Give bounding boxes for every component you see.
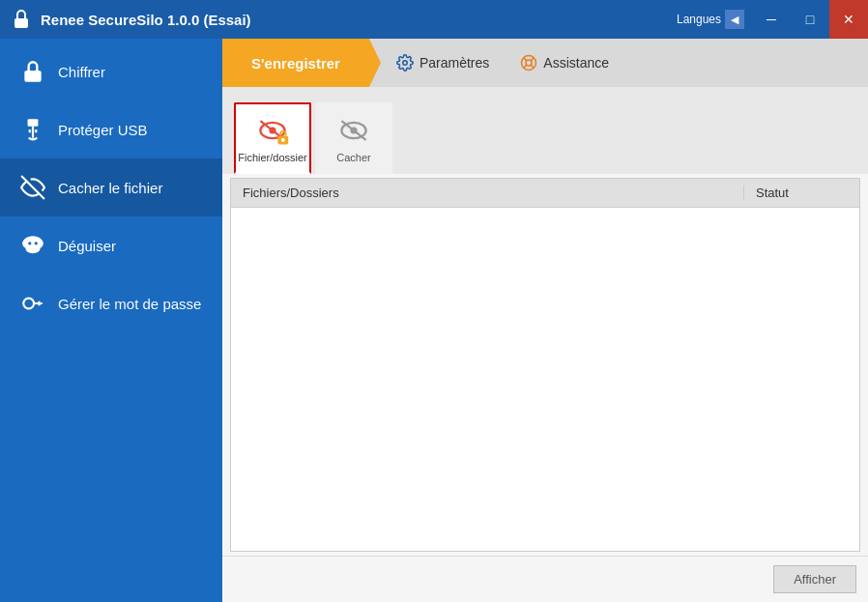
sidebar: Chiffrer Protéger USB	[0, 39, 222, 602]
svg-line-15	[531, 58, 534, 61]
gear-icon	[396, 54, 414, 72]
tab-bar: Fichier/dossier Cacher	[222, 87, 868, 174]
assistance-label: Assistance	[543, 55, 609, 71]
afficher-button[interactable]: Afficher	[773, 565, 856, 593]
sidebar-item-chiffrer-label: Chiffrer	[58, 64, 105, 80]
lang-area: Langues ◀	[669, 10, 752, 29]
svg-line-16	[524, 65, 527, 68]
svg-point-10	[403, 61, 408, 66]
eye-hidden-icon	[336, 113, 371, 148]
maximize-button[interactable]: □	[791, 0, 829, 39]
assistance-icon	[520, 54, 537, 72]
usb-icon	[19, 116, 46, 143]
register-button[interactable]: S'enregistrer	[222, 39, 381, 87]
sidebar-item-deguiser-label: Déguiser	[58, 238, 116, 254]
topnav: S'enregistrer Paramètres Assistance	[222, 39, 868, 87]
table-header: Fichiers/Dossiers Statut	[231, 179, 859, 208]
params-button[interactable]: Paramètres	[381, 39, 505, 87]
svg-line-13	[524, 58, 527, 61]
tab-cacher[interactable]: Cacher	[315, 102, 392, 174]
svg-rect-21	[281, 138, 285, 142]
close-button[interactable]: ✕	[829, 0, 868, 39]
tab-cacher-label: Cacher	[336, 152, 370, 163]
main-layout: Chiffrer Protéger USB	[0, 39, 868, 602]
mask-icon	[19, 232, 46, 259]
svg-point-7	[28, 242, 31, 244]
tab-fichier-dossier-label: Fichier/dossier	[238, 152, 307, 163]
minimize-button[interactable]: ─	[752, 0, 791, 39]
titlebar-right: Langues ◀ ─ □ ✕	[669, 0, 868, 39]
sidebar-item-chiffrer[interactable]: Chiffrer	[0, 43, 222, 100]
key-icon	[19, 290, 46, 317]
lang-prev-button[interactable]: ◀	[725, 10, 744, 29]
sidebar-item-proteger-usb[interactable]: Protéger USB	[0, 100, 222, 158]
svg-point-12	[526, 60, 532, 66]
sidebar-item-proteger-usb-label: Protéger USB	[58, 122, 148, 138]
col-status-header: Statut	[743, 186, 859, 200]
content-area: S'enregistrer Paramètres Assistance	[222, 39, 868, 602]
bottom-bar: Afficher	[222, 556, 868, 602]
tab-fichier-dossier[interactable]: Fichier/dossier	[234, 102, 311, 174]
assistance-button[interactable]: Assistance	[505, 39, 624, 87]
svg-rect-1	[24, 71, 41, 82]
lock-closed-icon	[19, 58, 46, 85]
sidebar-item-deguiser[interactable]: Déguiser	[0, 216, 222, 274]
hide-file-icon	[255, 113, 290, 148]
app-title: Renee SecureSilo 1.0.0 (Essai)	[41, 12, 251, 28]
lock-icon	[10, 8, 33, 31]
svg-rect-0	[14, 18, 28, 28]
sidebar-item-gerer-mdp[interactable]: Gérer le mot de passe	[0, 274, 222, 332]
params-label: Paramètres	[420, 55, 489, 71]
table-body	[231, 208, 859, 551]
svg-point-8	[35, 242, 38, 244]
svg-point-9	[23, 299, 34, 309]
titlebar: Renee SecureSilo 1.0.0 (Essai) Langues ◀…	[0, 0, 868, 39]
svg-rect-2	[28, 119, 39, 127]
col-files-header: Fichiers/Dossiers	[231, 186, 743, 200]
titlebar-left: Renee SecureSilo 1.0.0 (Essai)	[10, 8, 251, 31]
svg-line-14	[531, 65, 534, 68]
sidebar-item-gerer-mdp-label: Gérer le mot de passe	[58, 296, 201, 312]
sidebar-item-cacher-fichier[interactable]: Cacher le fichier	[0, 158, 222, 216]
eye-slash-icon	[19, 174, 46, 201]
lang-label: Langues	[677, 13, 721, 26]
table-area: Fichiers/Dossiers Statut	[230, 178, 860, 552]
sidebar-item-cacher-fichier-label: Cacher le fichier	[58, 180, 162, 196]
